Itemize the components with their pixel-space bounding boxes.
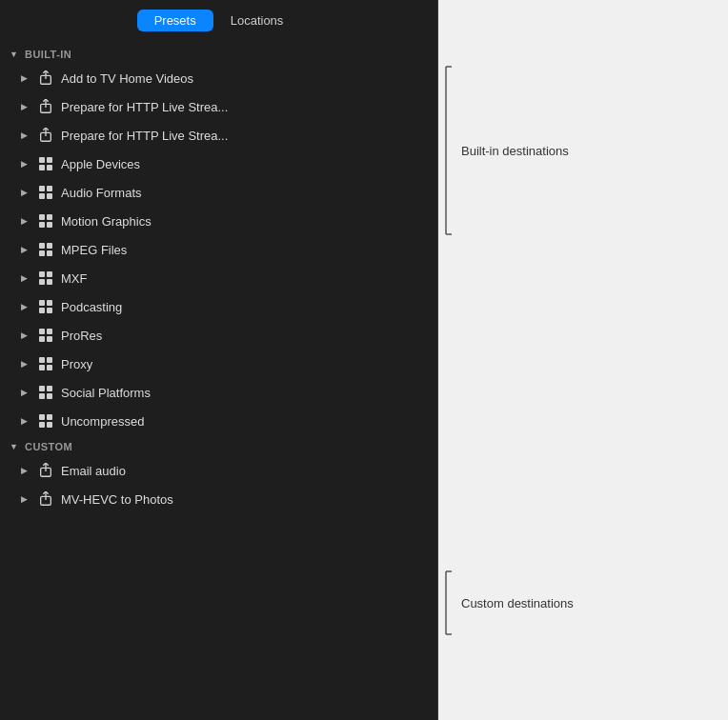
svg-rect-5 <box>39 165 45 170</box>
list-item[interactable]: ▶ Apple Devices <box>0 150 437 178</box>
arrow-icon: ▶ <box>21 245 30 254</box>
item-label: Add to TV Home Videos <box>61 71 193 86</box>
share-icon <box>36 69 55 88</box>
arrow-icon: ▶ <box>21 416 30 426</box>
tab-locations[interactable]: Locations <box>213 10 301 31</box>
list-item[interactable]: ▶ Uncompressed <box>0 407 437 435</box>
svg-rect-19 <box>39 271 45 277</box>
svg-rect-33 <box>39 365 45 370</box>
grid-icon <box>36 240 55 259</box>
arrow-icon: ▶ <box>21 388 30 397</box>
svg-rect-25 <box>39 308 45 313</box>
svg-rect-34 <box>47 365 52 370</box>
grid-icon <box>36 183 55 202</box>
list-item[interactable]: ▶ Add to TV Home Videos <box>0 64 437 92</box>
svg-rect-30 <box>47 336 52 342</box>
arrow-icon: ▶ <box>21 130 30 140</box>
svg-rect-29 <box>39 336 45 342</box>
svg-rect-9 <box>39 193 45 199</box>
svg-rect-8 <box>47 186 52 191</box>
arrow-icon: ▶ <box>21 494 30 504</box>
item-label: Audio Formats <box>61 186 142 200</box>
custom-annotation: Custom destinations <box>438 570 574 636</box>
list-item[interactable]: ▶ MV-HEVC to Photos <box>0 485 437 513</box>
grid-icon <box>36 326 55 345</box>
list-item[interactable]: ▶ Proxy <box>0 350 437 378</box>
grid-icon <box>36 269 55 288</box>
arrow-icon: ▶ <box>21 73 30 83</box>
tab-presets[interactable]: Presets <box>137 10 213 31</box>
list-item[interactable]: ▶ Prepare for HTTP Live Strea... <box>0 121 437 150</box>
svg-rect-40 <box>47 414 52 420</box>
list-item[interactable]: ▶ MPEG Files <box>0 235 437 264</box>
svg-rect-31 <box>39 357 45 363</box>
share-icon <box>36 490 55 509</box>
arrow-icon: ▶ <box>21 188 30 197</box>
list-item[interactable]: ▶ Motion Graphics <box>0 207 437 235</box>
list-item[interactable]: ▶ ProRes <box>0 321 437 350</box>
share-icon <box>36 461 55 480</box>
svg-rect-22 <box>47 279 52 285</box>
item-label: ProRes <box>61 329 102 343</box>
svg-rect-32 <box>47 357 52 363</box>
list-item[interactable]: ▶ Social Platforms <box>0 378 437 407</box>
list-item[interactable]: ▶ Prepare for HTTP Live Strea... <box>0 92 437 121</box>
svg-rect-18 <box>47 250 52 256</box>
svg-rect-11 <box>39 214 45 220</box>
tab-bar: Presets Locations <box>0 0 437 39</box>
svg-rect-10 <box>47 193 52 199</box>
svg-rect-38 <box>47 393 52 399</box>
svg-rect-36 <box>47 386 52 391</box>
custom-destinations-label: Custom destinations <box>454 596 574 610</box>
svg-rect-27 <box>39 329 45 334</box>
svg-rect-14 <box>47 222 52 228</box>
item-label: Uncompressed <box>61 414 144 429</box>
svg-rect-37 <box>39 393 45 399</box>
svg-rect-28 <box>47 329 52 334</box>
svg-rect-13 <box>39 222 45 228</box>
arrow-icon: ▶ <box>21 216 30 226</box>
svg-rect-24 <box>47 300 52 306</box>
section-builtin-label: BUILT-IN <box>25 49 71 60</box>
svg-rect-35 <box>39 386 45 391</box>
svg-rect-7 <box>39 186 45 191</box>
chevron-custom: ▼ <box>10 442 21 451</box>
svg-rect-4 <box>47 157 52 163</box>
list-item[interactable]: ▶ Podcasting <box>0 292 437 321</box>
tree-list: ▼ BUILT-IN ▶ Add to TV Home Videos ▶ Pre… <box>0 39 437 720</box>
list-item[interactable]: ▶ Audio Formats <box>0 178 437 207</box>
item-label: Prepare for HTTP Live Strea... <box>61 129 228 143</box>
section-custom-label: CUSTOM <box>25 441 72 452</box>
list-item[interactable]: ▶ MXF <box>0 264 437 292</box>
svg-rect-15 <box>39 243 45 249</box>
svg-rect-16 <box>47 243 52 249</box>
svg-rect-6 <box>47 165 52 170</box>
item-label: MXF <box>61 271 87 286</box>
section-builtin[interactable]: ▼ BUILT-IN <box>0 43 437 64</box>
list-item[interactable]: ▶ Email audio <box>0 456 437 485</box>
item-label: MV-HEVC to Photos <box>61 492 173 507</box>
item-label: Podcasting <box>61 300 122 314</box>
svg-rect-21 <box>39 279 45 285</box>
svg-rect-17 <box>39 250 45 256</box>
right-panel: Built-in destinations Custom destination… <box>438 0 728 720</box>
arrow-icon: ▶ <box>21 302 30 311</box>
item-label: Proxy <box>61 357 92 371</box>
item-label: Prepare for HTTP Live Strea... <box>61 100 228 114</box>
left-panel: Presets Locations ▼ BUILT-IN ▶ Add to TV… <box>0 0 438 720</box>
chevron-builtin: ▼ <box>10 50 21 59</box>
svg-rect-3 <box>39 157 45 163</box>
grid-icon <box>36 154 55 173</box>
svg-rect-41 <box>39 422 45 428</box>
svg-rect-23 <box>39 300 45 306</box>
item-label: Apple Devices <box>61 157 140 171</box>
share-icon <box>36 97 55 116</box>
item-label: Motion Graphics <box>61 214 152 229</box>
share-icon <box>36 126 55 145</box>
arrow-icon: ▶ <box>21 330 30 340</box>
builtin-bracket <box>438 65 454 236</box>
svg-rect-12 <box>47 214 52 220</box>
svg-rect-42 <box>47 422 52 428</box>
arrow-icon: ▶ <box>21 359 30 369</box>
section-custom[interactable]: ▼ CUSTOM <box>0 435 437 456</box>
